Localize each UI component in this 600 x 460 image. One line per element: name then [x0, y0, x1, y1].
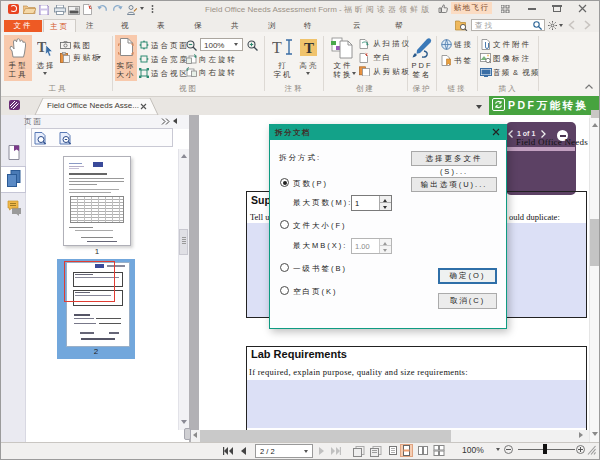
svg-text:T: T — [304, 40, 314, 56]
svg-text:T: T — [272, 39, 282, 56]
